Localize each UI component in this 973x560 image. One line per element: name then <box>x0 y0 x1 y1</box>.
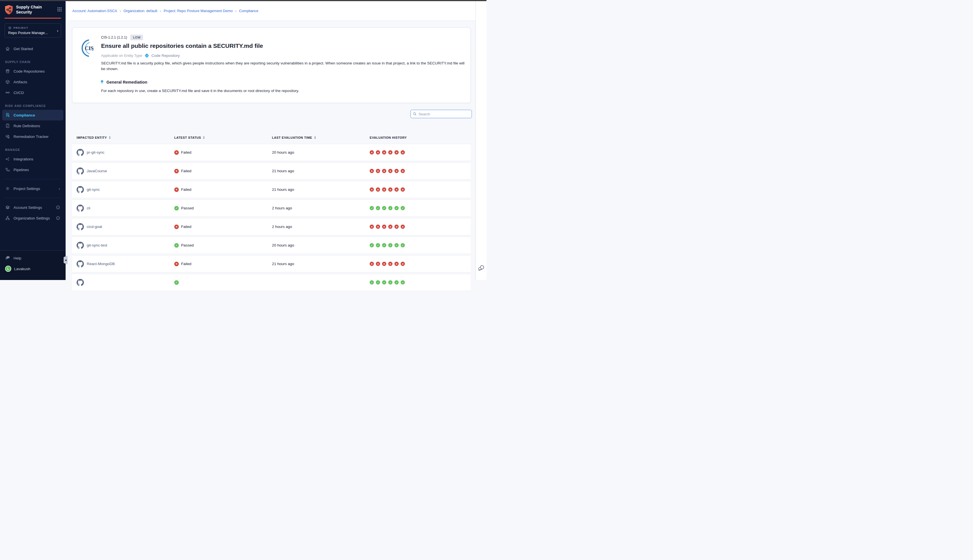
table-row[interactable]: git-sync-test Passed 20 hours ago ✓✓✓✓✓✓ <box>72 237 471 254</box>
sidebar-item-label: Account Settings <box>13 205 42 210</box>
apps-grid-icon[interactable] <box>57 7 62 12</box>
sort-icon[interactable] <box>314 136 316 139</box>
fail-icon: ✕ <box>382 187 386 192</box>
entity-type-label: Applicable on Entity Type <box>101 53 142 58</box>
entity-name[interactable]: git-sync-test <box>87 243 107 247</box>
table-row-partial[interactable]: ✓✓✓✓✓✓ <box>72 274 471 280</box>
cis-logo: CIS <box>80 39 94 58</box>
home-icon <box>5 46 10 51</box>
remediation-heading: General Remediation <box>100 80 147 85</box>
compliance-document-icon <box>5 113 10 118</box>
table-header: IMPACTED ENTITY LATEST STATUS LAST EVALU… <box>72 135 471 141</box>
gear-icon <box>5 186 10 191</box>
project-selector-label-row: PROJECT <box>8 26 54 30</box>
evaluation-time: 20 hours ago <box>272 144 294 161</box>
table-row[interactable]: git-sync Failed 21 hours ago ✕✕✕✕✕✕ <box>72 181 471 198</box>
sidebar-item-help[interactable]: ? Help <box>0 253 66 263</box>
evaluation-time: 21 hours ago <box>272 181 294 198</box>
fail-icon: ✕ <box>388 169 392 173</box>
table-row[interactable]: React-MongoDB Failed 21 hours ago ✕✕✕✕✕✕ <box>72 255 471 272</box>
user-profile[interactable]: L Lavakush <box>0 263 66 274</box>
sidebar-item-account-settings[interactable]: Account Settings <box>0 202 66 213</box>
column-header-impacted-entity[interactable]: IMPACTED ENTITY <box>77 135 111 141</box>
user-name: Lavakush <box>14 267 30 271</box>
evaluation-time: 21 hours ago <box>272 255 294 272</box>
github-icon <box>77 242 84 249</box>
evaluation-history: ✕✕✕✕✕✕ <box>370 255 405 272</box>
fail-icon: ✕ <box>401 169 405 173</box>
entity-type-value[interactable]: Code Repository <box>152 53 180 58</box>
search-input[interactable] <box>419 112 469 116</box>
search-icon <box>413 112 417 116</box>
sidebar-item-pipelines[interactable]: Pipelines <box>0 164 66 175</box>
lightbulb-icon <box>100 80 104 85</box>
sidebar-item-project-settings[interactable]: Project Settings › <box>0 183 66 194</box>
browser-top-strip <box>0 0 486 1</box>
entity-name[interactable]: cicd-goat <box>87 225 102 229</box>
pass-icon: ✓ <box>394 206 399 210</box>
sidebar-item-get-started[interactable]: Get Started <box>0 43 66 54</box>
info-icon[interactable] <box>56 216 63 220</box>
sidebar-item-compliance[interactable]: Compliance <box>2 110 63 120</box>
sidebar-item-label: Help <box>13 256 22 260</box>
breadcrumb-project[interactable]: Project: Repo Posture Management Demo <box>164 9 232 13</box>
cube-icon <box>8 26 12 30</box>
column-header-last-evaluation-time[interactable]: LAST EVALUATION TIME <box>272 135 316 141</box>
evaluation-time: 21 hours ago <box>272 163 294 179</box>
fail-icon: ✕ <box>370 262 374 266</box>
fail-icon: ✕ <box>376 225 380 229</box>
sidebar-item-code-repositories[interactable]: Code Repositories <box>0 66 66 77</box>
entity-name[interactable]: pr-git-sync <box>87 150 104 155</box>
table-row[interactable]: pr-git-sync Failed 20 hours ago ✕✕✕✕✕✕ <box>72 144 471 161</box>
pass-icon: ✓ <box>376 243 380 247</box>
entity-name[interactable]: JavaCourse <box>87 169 107 173</box>
pass-icon: ✓ <box>382 206 386 210</box>
fail-icon: ✕ <box>394 262 399 266</box>
help-chat-icon: ? <box>5 255 10 261</box>
github-icon <box>77 279 84 280</box>
main-area: Account: Automation-SSCA › Organization:… <box>66 1 476 280</box>
code-repository-icon <box>5 69 10 74</box>
info-icon[interactable] <box>56 205 63 209</box>
project-selector[interactable]: PROJECT Repo Posture Manage... › <box>5 23 61 38</box>
fail-icon: ✕ <box>394 150 399 155</box>
github-icon <box>77 205 84 212</box>
evaluation-history: ✕✕✕✕✕✕ <box>370 163 405 179</box>
fail-icon: ✕ <box>401 225 405 229</box>
status-icon <box>174 243 179 248</box>
evaluation-history: ✓✓✓✓✓✓ <box>370 237 405 253</box>
column-header-latest-status[interactable]: LATEST STATUS <box>174 135 205 141</box>
fail-icon: ✕ <box>394 169 399 173</box>
sidebar-item-remediation-tracker[interactable]: Remediation Tracker <box>0 131 66 142</box>
sidebar-item-organization-settings[interactable]: Organization Settings <box>0 213 66 223</box>
breadcrumb-organization[interactable]: Organization: default <box>124 9 157 13</box>
status-cell: Failed <box>174 218 192 235</box>
sort-icon[interactable] <box>203 136 205 139</box>
rule-title: Ensure all public repositories contain a… <box>101 42 263 49</box>
sidebar-item-artifacts[interactable]: Artifacts <box>0 77 66 87</box>
evaluation-time: 2 hours ago <box>272 200 292 217</box>
table-row[interactable]: JavaCourse Failed 21 hours ago ✕✕✕✕✕✕ <box>72 162 471 180</box>
entity-name[interactable]: React-MongoDB <box>87 262 115 266</box>
status-cell <box>174 274 181 280</box>
sidebar-item-label: CI/CD <box>13 91 24 95</box>
sidebar-item-cicd[interactable]: CI/CD <box>0 87 66 98</box>
sidebar-item-label: Project Settings <box>13 187 40 191</box>
section-label-manage: MANAGE <box>0 148 66 152</box>
breadcrumb-page[interactable]: Compliance <box>239 9 259 13</box>
entity-name[interactable]: cli <box>87 206 90 210</box>
code-repository-entity-icon: </> <box>144 53 149 58</box>
table-row[interactable]: cli Passed 2 hours ago ✓✓✓✓✓✓ <box>72 200 471 217</box>
chat-support-icon[interactable] <box>478 265 485 272</box>
status-icon <box>174 150 179 155</box>
evaluation-history: ✕✕✕✕✕✕ <box>370 218 405 235</box>
entity-name[interactable]: git-sync <box>87 187 100 192</box>
table-row[interactable]: cicd-goat Failed 2 hours ago ✕✕✕✕✕✕ <box>72 218 471 235</box>
shield-logo-icon <box>5 5 13 15</box>
sort-icon[interactable] <box>109 136 111 139</box>
breadcrumb-account[interactable]: Account: Automation-SSCA <box>72 9 117 13</box>
section-label-supply-chain: SUPPLY CHAIN <box>0 60 66 63</box>
sidebar-item-integrations[interactable]: Integrations <box>0 153 66 164</box>
sidebar-item-rule-definitions[interactable]: Rule Definitions <box>0 120 66 131</box>
brand-accent-rule <box>5 18 61 18</box>
